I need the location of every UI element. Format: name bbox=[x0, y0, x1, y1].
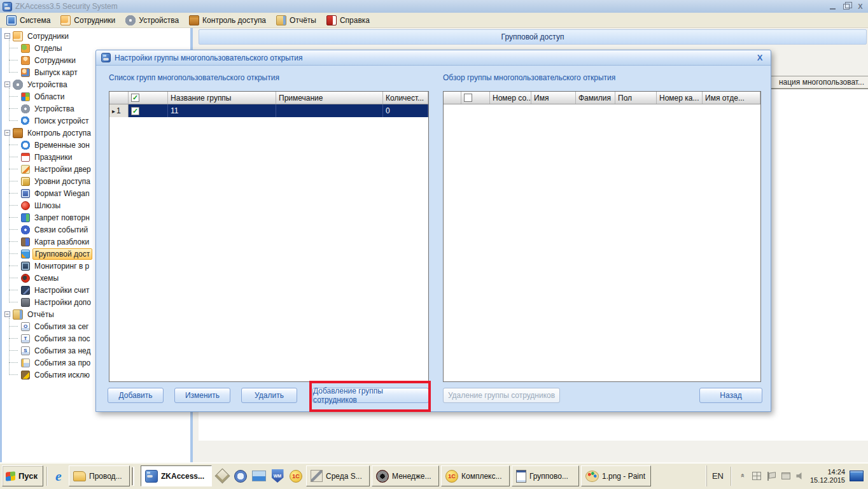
group-overview-table[interactable]: Номер со...ИмяФамилияПолНомер ка...Имя о… bbox=[443, 91, 761, 382]
access-menu-icon bbox=[189, 15, 199, 25]
door-settings-icon bbox=[21, 165, 30, 174]
table-cell: 11 bbox=[168, 104, 276, 117]
tree-item-label: Формат Wiegan bbox=[32, 188, 92, 199]
tree-expander-icon[interactable]: − bbox=[4, 33, 10, 39]
menu-item-access-menu[interactable]: Контроль доступа bbox=[186, 14, 271, 27]
table-header-cell: Номер со... bbox=[490, 92, 531, 104]
taskbar-handle[interactable] bbox=[133, 467, 137, 486]
access-menu-icon bbox=[13, 128, 23, 138]
menu-item-system[interactable]: Система bbox=[4, 14, 55, 27]
window-title: ZKAccess3.5 Security System bbox=[15, 2, 118, 11]
taskbar-button-label: Среда S... bbox=[326, 472, 362, 481]
taskbar-button[interactable]: 1.png - Paint bbox=[581, 465, 651, 486]
menu-item-label: Сотрудники bbox=[74, 16, 115, 25]
dialog-titlebar: Настройки группы многопользовательского … bbox=[96, 50, 771, 66]
row-marker-icon: ▸ bbox=[112, 108, 115, 115]
checkbox-checked-icon[interactable]: ✓ bbox=[131, 107, 139, 115]
language-indicator[interactable]: EN bbox=[712, 471, 724, 481]
taskbar-button[interactable]: 1СКомплекс... bbox=[441, 465, 510, 486]
group-list-table[interactable]: ✓Название группыПримечаниеКоличест...▸1✓… bbox=[109, 91, 429, 382]
close-button[interactable]: X bbox=[855, 2, 865, 11]
menu-item-employees-menu[interactable]: Сотрудники bbox=[58, 14, 120, 27]
taskbar-button[interactable]: Среда S... bbox=[306, 465, 370, 486]
restore-button[interactable] bbox=[841, 2, 851, 11]
tray-network-icon[interactable] bbox=[781, 471, 791, 481]
tree-expander-icon[interactable]: − bbox=[4, 311, 10, 317]
add-employee-group-button[interactable]: Добавление группы сотрудников bbox=[312, 388, 429, 403]
tools-icon bbox=[311, 470, 323, 482]
picture-shortcut-icon[interactable] bbox=[251, 468, 267, 485]
tree-item-label: Уровни доступа bbox=[32, 176, 92, 187]
aux-settings-icon bbox=[21, 298, 30, 307]
tree-item-label: События за пос bbox=[32, 334, 92, 344]
checkbox-unchecked-icon[interactable] bbox=[464, 94, 472, 102]
table-header-cell bbox=[109, 92, 129, 104]
tree-item-label: Выпуск карт bbox=[32, 67, 80, 78]
tree-item-label: Схемы bbox=[32, 273, 60, 283]
tree-expander-icon[interactable]: − bbox=[4, 130, 10, 136]
table-row[interactable]: ▸1✓110 bbox=[109, 104, 428, 117]
taskbar-button[interactable]: Провод... bbox=[69, 465, 130, 486]
desktop: ZKAccess3.5 Security System X СистемаСот… bbox=[0, 0, 868, 489]
pen-diamond-icon[interactable] bbox=[214, 468, 230, 485]
system-tray: EN » 14:24 15.12.2015 bbox=[706, 465, 866, 486]
back-button[interactable]: Назад bbox=[699, 388, 762, 403]
menu-item-reports-menu[interactable]: Отчёты bbox=[274, 14, 321, 27]
departments-icon bbox=[21, 44, 30, 53]
tray-volume-icon[interactable] bbox=[795, 471, 806, 481]
taskbar-button[interactable]: Группово... bbox=[512, 465, 579, 486]
1c-shortcut-icon[interactable]: 1С bbox=[288, 468, 304, 485]
help-menu-icon bbox=[326, 15, 337, 25]
taskbar-button[interactable]: ZKAccess... bbox=[141, 465, 212, 486]
tray-flag-icon[interactable] bbox=[766, 471, 776, 481]
taskbar-button-label: Менедже... bbox=[392, 472, 431, 481]
tray-date: 15.12.2015 bbox=[810, 476, 845, 485]
reports-menu-icon bbox=[276, 15, 286, 25]
table-cell: ✓ bbox=[129, 104, 168, 117]
taskbar-button[interactable]: Менедже... bbox=[372, 465, 439, 486]
tray-window-icon[interactable] bbox=[752, 471, 762, 481]
dialog-close-button[interactable]: X bbox=[754, 53, 766, 62]
edit-button[interactable]: Изменить bbox=[174, 388, 230, 403]
group-access-icon bbox=[21, 250, 30, 259]
start-button[interactable]: Пуск bbox=[2, 465, 43, 486]
tree-expander-icon[interactable]: − bbox=[4, 82, 10, 87]
dialog-title: Настройки группы многопользовательского … bbox=[115, 53, 302, 62]
clock-shortcut-icon[interactable] bbox=[232, 468, 249, 485]
internet-explorer-icon[interactable]: e bbox=[50, 468, 67, 485]
group-list-label: Список групп многопользовательского откр… bbox=[109, 73, 279, 82]
table-header-cell bbox=[444, 92, 461, 104]
dialog-icon bbox=[101, 53, 111, 62]
1c-icon: 1С bbox=[445, 470, 458, 483]
wm-shield-icon[interactable]: WM bbox=[269, 468, 286, 485]
minimize-button[interactable] bbox=[827, 2, 837, 11]
tree-item-label: Связи событий bbox=[32, 225, 90, 235]
interlock-icon bbox=[21, 201, 30, 210]
taskbar-separator bbox=[46, 467, 47, 486]
add-button[interactable]: Добавить bbox=[108, 388, 164, 403]
tree-item-label: Запрет повторн bbox=[32, 213, 92, 223]
tray-display-icon[interactable] bbox=[850, 471, 864, 481]
checkbox-checked-icon[interactable]: ✓ bbox=[131, 94, 139, 102]
tree-item-label: Отчёты bbox=[25, 309, 56, 320]
tree-item[interactable]: −Сотрудники bbox=[2, 30, 190, 42]
menu-item-help-menu[interactable]: Справка bbox=[324, 14, 375, 27]
menu-item-devices-menu[interactable]: Устройства bbox=[123, 14, 184, 27]
multi-user-group-dialog: Настройки группы многопользовательского … bbox=[95, 50, 771, 412]
tree-item-label: Настройки допо bbox=[32, 297, 93, 308]
table-empty-area bbox=[444, 104, 760, 381]
tree-item-label: События за нед bbox=[32, 346, 92, 356]
scheduler-icon bbox=[234, 470, 247, 483]
page-title-bar: Групповой доступ bbox=[199, 29, 867, 45]
eye-icon bbox=[376, 470, 389, 483]
delete-button[interactable]: Удалить bbox=[241, 388, 297, 403]
taskbar-button-label: 1.png - Paint bbox=[602, 472, 645, 481]
tree-item-label: Праздники bbox=[32, 152, 74, 162]
start-label: Пуск bbox=[18, 471, 38, 481]
explorer-icon bbox=[73, 471, 86, 481]
tray-chevron-icon[interactable]: » bbox=[737, 471, 747, 481]
unlock-map-icon bbox=[21, 237, 30, 246]
tray-clock: 14:24 15.12.2015 bbox=[810, 468, 845, 485]
tree-item-label: Отделы bbox=[32, 43, 64, 53]
minimize-icon bbox=[830, 8, 836, 10]
